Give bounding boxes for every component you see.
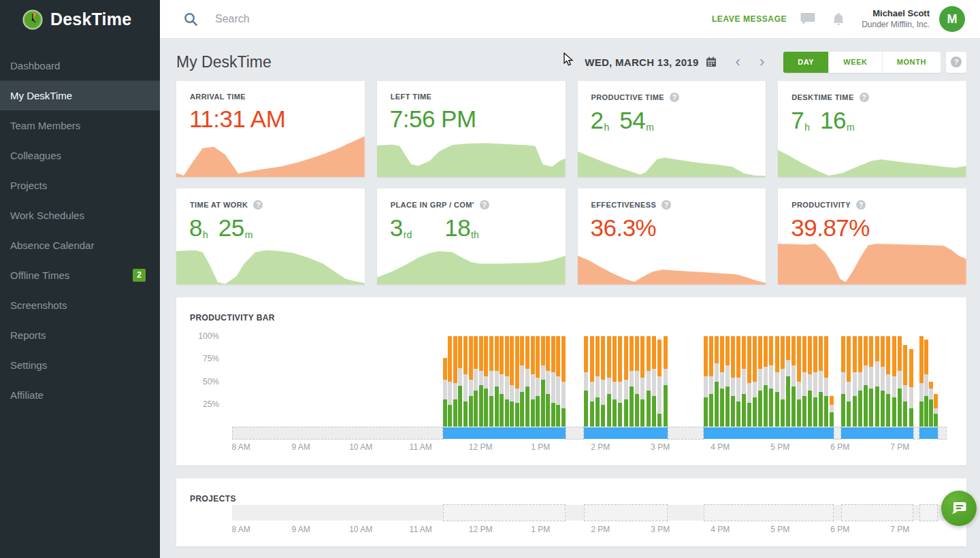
productivity-bar[interactable] (463, 336, 468, 427)
productivity-bar[interactable] (601, 336, 605, 427)
sidebar-item-colleagues[interactable]: Colleagues (0, 140, 160, 170)
productivity-bar[interactable] (624, 336, 628, 427)
sidebar-item-work-schedules[interactable]: Work Schedules (0, 200, 160, 230)
live-chat-fab[interactable] (941, 491, 977, 526)
productivity-bar[interactable] (824, 336, 828, 427)
productivity-bar[interactable] (704, 336, 708, 427)
productivity-bar[interactable] (474, 336, 478, 427)
productivity-bar[interactable] (864, 336, 868, 427)
productivity-bar[interactable] (764, 336, 768, 427)
leave-message-link[interactable]: LEAVE MESSAGE (712, 14, 787, 24)
productivity-bar[interactable] (802, 336, 806, 427)
sidebar-item-screenshots[interactable]: Screenshots (0, 290, 160, 320)
help-icon[interactable]: ? (662, 200, 671, 210)
productivity-bar[interactable] (556, 336, 560, 427)
productivity-bar[interactable] (808, 336, 812, 427)
productivity-bar[interactable] (443, 336, 447, 427)
productivity-bar[interactable] (546, 336, 550, 427)
sidebar-item-affiliate[interactable]: Affiliate (0, 380, 160, 410)
productivity-bar[interactable] (847, 336, 851, 427)
productivity-bar[interactable] (515, 336, 519, 427)
productivity-bar[interactable] (618, 336, 622, 427)
productivity-bar[interactable] (781, 336, 785, 427)
productivity-bar[interactable] (720, 336, 724, 427)
productivity-bar[interactable] (489, 336, 493, 427)
sidebar-item-projects[interactable]: Projects (0, 170, 160, 200)
productivity-bar[interactable] (919, 336, 924, 427)
help-icon[interactable]: ? (860, 93, 869, 102)
productivity-bar[interactable] (909, 336, 913, 427)
productivity-bar[interactable] (536, 336, 540, 427)
help-icon[interactable]: ? (670, 93, 679, 102)
brand-logo[interactable]: DeskTime (0, 0, 160, 39)
productivity-bar[interactable] (898, 336, 902, 427)
productivity-bar[interactable] (869, 336, 873, 427)
productivity-bar[interactable] (657, 336, 662, 427)
sidebar-item-absence-calendar[interactable]: Absence Calendar (0, 230, 160, 260)
productivity-bar[interactable] (469, 336, 473, 427)
productivity-bar[interactable] (736, 336, 740, 427)
productivity-bar[interactable] (453, 336, 457, 427)
productivity-bar[interactable] (758, 336, 762, 427)
productivity-bar[interactable] (929, 336, 933, 427)
productivity-bar[interactable] (786, 336, 790, 427)
productivity-bar[interactable] (640, 336, 644, 427)
notifications-bell-icon[interactable] (832, 12, 845, 27)
sidebar-item-offline-times[interactable]: Offline Times2 (0, 260, 160, 290)
view-button-week[interactable]: WEEK (828, 52, 881, 73)
productivity-bar[interactable] (652, 336, 656, 427)
sidebar-item-dashboard[interactable]: Dashboard (0, 50, 160, 80)
productivity-bar[interactable] (731, 336, 735, 427)
productivity-bar[interactable] (541, 336, 545, 427)
view-button-day[interactable]: DAY (783, 52, 828, 73)
productivity-bar[interactable] (841, 336, 845, 427)
productivity-bar[interactable] (595, 336, 600, 427)
productivity-bar[interactable] (797, 336, 801, 427)
productivity-bar[interactable] (510, 336, 514, 427)
productivity-bar[interactable] (612, 336, 617, 427)
help-icon[interactable]: ? (253, 200, 263, 210)
productivity-bar[interactable] (819, 336, 823, 427)
date-picker[interactable]: WED, MARCH 13, 2019 (585, 56, 716, 68)
productivity-bar[interactable] (607, 336, 611, 427)
sidebar-item-team-members[interactable]: Team Members (0, 110, 160, 140)
productivity-bar[interactable] (448, 336, 452, 427)
next-day-chevron[interactable]: › (750, 53, 774, 71)
productivity-bar[interactable] (531, 336, 535, 427)
productivity-bar[interactable] (500, 336, 504, 427)
productivity-bar[interactable] (709, 336, 713, 427)
productivity-bar[interactable] (590, 336, 594, 427)
productivity-bar[interactable] (484, 336, 488, 427)
productivity-bar[interactable] (715, 336, 719, 427)
productivity-bar[interactable] (753, 336, 757, 427)
productivity-bar[interactable] (647, 336, 651, 427)
productivity-bar[interactable] (769, 336, 773, 427)
sidebar-item-settings[interactable]: Settings (0, 350, 160, 380)
sidebar-item-my-desktime[interactable]: My DeskTime (0, 80, 160, 110)
productivity-bar[interactable] (635, 336, 639, 427)
productivity-bar[interactable] (853, 336, 857, 427)
view-button-month[interactable]: MONTH (882, 52, 941, 73)
productivity-bar[interactable] (664, 336, 668, 427)
avatar[interactable]: M (939, 6, 965, 32)
productivity-bar[interactable] (881, 336, 885, 427)
productivity-bar[interactable] (630, 336, 634, 427)
productivity-bar[interactable] (813, 336, 817, 427)
productivity-bar[interactable] (725, 336, 730, 427)
prev-day-chevron[interactable]: ‹ (726, 53, 750, 71)
productivity-bar[interactable] (924, 336, 928, 427)
productivity-bar[interactable] (458, 336, 462, 427)
productivity-bar[interactable] (505, 336, 509, 427)
productivity-bar[interactable] (495, 336, 499, 427)
productivity-bar[interactable] (561, 336, 566, 427)
productivity-bar[interactable] (791, 336, 796, 427)
productivity-bar[interactable] (934, 336, 938, 427)
productivity-bar[interactable] (892, 336, 896, 427)
help-icon[interactable]: ? (856, 200, 866, 210)
productivity-bar[interactable] (858, 336, 862, 427)
productivity-bar[interactable] (551, 336, 555, 427)
productivity-bar[interactable] (479, 336, 483, 427)
sidebar-item-reports[interactable]: Reports (0, 320, 160, 350)
productivity-bar[interactable] (747, 336, 751, 427)
productivity-bar[interactable] (520, 336, 524, 427)
